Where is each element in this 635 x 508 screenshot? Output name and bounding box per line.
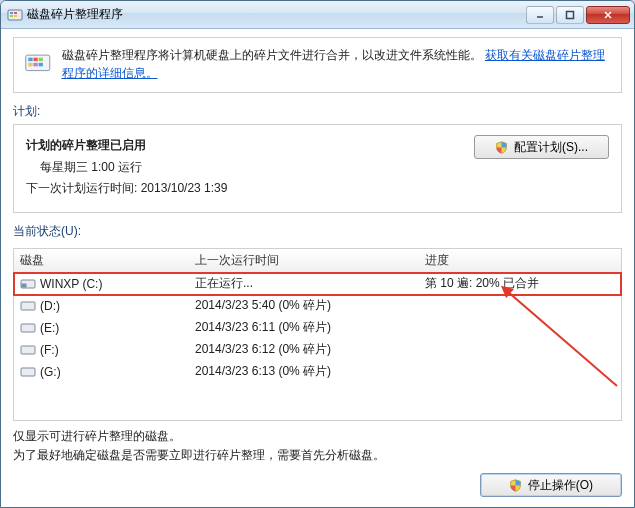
progress-text: 第 10 遍: 20% 已合并: [425, 275, 615, 292]
last-run: 2014/3/23 6:13 (0% 碎片): [195, 363, 425, 380]
table-row[interactable]: WINXP (C:) 正在运行... 第 10 遍: 20% 已合并: [14, 273, 621, 295]
table-row[interactable]: (D:) 2014/3/23 5:40 (0% 碎片): [14, 295, 621, 317]
svg-rect-12: [39, 58, 43, 61]
last-run: 正在运行...: [195, 275, 425, 292]
svg-rect-10: [28, 58, 32, 61]
info-text: 磁盘碎片整理程序将计算机硬盘上的碎片文件进行合并，以改进文件系统性能。 获取有关…: [62, 46, 612, 82]
titlebar[interactable]: 磁盘碎片整理程序: [1, 1, 634, 29]
schedule-label: 计划:: [13, 103, 622, 120]
stop-button-label: 停止操作(O): [528, 477, 593, 494]
column-progress[interactable]: 进度: [425, 252, 615, 269]
close-button[interactable]: [586, 6, 630, 24]
info-description: 磁盘碎片整理程序将计算机硬盘上的碎片文件进行合并，以改进文件系统性能。: [62, 48, 482, 62]
svg-rect-3: [10, 15, 13, 17]
schedule-frequency: 每星期三 1:00 运行: [26, 157, 464, 179]
disk-name: (G:): [40, 365, 61, 379]
configure-schedule-label: 配置计划(S)...: [514, 139, 588, 156]
stop-button[interactable]: 停止操作(O): [480, 473, 622, 497]
svg-rect-17: [22, 284, 26, 287]
shield-icon: [495, 141, 508, 154]
schedule-enabled-title: 计划的碎片整理已启用: [26, 135, 464, 157]
drive-icon: [20, 322, 36, 334]
note-line-2: 为了最好地确定磁盘是否需要立即进行碎片整理，需要首先分析磁盘。: [13, 446, 622, 465]
drive-icon: [20, 278, 36, 290]
disk-name: WINXP (C:): [40, 277, 102, 291]
status-panel: 磁盘 上一次运行时间 进度 WINXP (C:) 正在运行... 第 10 遍:…: [13, 248, 622, 421]
column-last-run[interactable]: 上一次运行时间: [195, 252, 425, 269]
client-area: 磁盘碎片整理程序将计算机硬盘上的碎片文件进行合并，以改进文件系统性能。 获取有关…: [1, 29, 634, 507]
svg-rect-14: [33, 63, 37, 66]
schedule-next-label: 下一次计划运行时间:: [26, 181, 137, 195]
configure-schedule-button[interactable]: 配置计划(S)...: [474, 135, 609, 159]
footer: 停止操作(O): [13, 465, 622, 497]
disk-name: (D:): [40, 299, 60, 313]
last-run: 2014/3/23 6:12 (0% 碎片): [195, 341, 425, 358]
maximize-button[interactable]: [556, 6, 584, 24]
notes: 仅显示可进行碎片整理的磁盘。 为了最好地确定磁盘是否需要立即进行碎片整理，需要首…: [13, 427, 622, 465]
minimize-button[interactable]: [526, 6, 554, 24]
schedule-next-value: 2013/10/23 1:39: [141, 181, 228, 195]
table-row[interactable]: (G:) 2014/3/23 6:13 (0% 碎片): [14, 361, 621, 383]
svg-rect-1: [10, 12, 13, 14]
disk-name: (E:): [40, 321, 59, 335]
svg-rect-11: [33, 58, 37, 61]
column-disk[interactable]: 磁盘: [20, 252, 195, 269]
table-row[interactable]: (F:) 2014/3/23 6:12 (0% 碎片): [14, 339, 621, 361]
svg-rect-2: [14, 12, 17, 14]
svg-rect-6: [567, 11, 574, 18]
svg-rect-15: [39, 63, 43, 66]
app-icon: [7, 7, 23, 23]
disk-name: (F:): [40, 343, 59, 357]
svg-rect-18: [21, 302, 35, 310]
drive-icon: [20, 366, 36, 378]
window-controls: [526, 6, 630, 24]
svg-rect-13: [28, 63, 32, 66]
last-run: 2014/3/23 5:40 (0% 碎片): [195, 297, 425, 314]
last-run: 2014/3/23 6:11 (0% 碎片): [195, 319, 425, 336]
schedule-panel: 计划的碎片整理已启用 每星期三 1:00 运行 下一次计划运行时间: 2013/…: [13, 124, 622, 213]
schedule-info: 计划的碎片整理已启用 每星期三 1:00 运行 下一次计划运行时间: 2013/…: [26, 135, 464, 200]
table-row[interactable]: (E:) 2014/3/23 6:11 (0% 碎片): [14, 317, 621, 339]
note-line-1: 仅显示可进行碎片整理的磁盘。: [13, 427, 622, 446]
svg-rect-19: [21, 324, 35, 332]
svg-rect-21: [21, 368, 35, 376]
drive-icon: [20, 300, 36, 312]
defrag-icon: [24, 46, 52, 78]
shield-icon: [509, 479, 522, 492]
svg-rect-4: [14, 15, 17, 17]
info-panel: 磁盘碎片整理程序将计算机硬盘上的碎片文件进行合并，以改进文件系统性能。 获取有关…: [13, 37, 622, 93]
svg-rect-20: [21, 346, 35, 354]
status-label: 当前状态(U):: [13, 223, 622, 240]
window-title: 磁盘碎片整理程序: [27, 6, 526, 23]
table-header: 磁盘 上一次运行时间 进度: [14, 249, 621, 273]
drive-icon: [20, 344, 36, 356]
window-root: 磁盘碎片整理程序 磁盘碎片整理程: [0, 0, 635, 508]
